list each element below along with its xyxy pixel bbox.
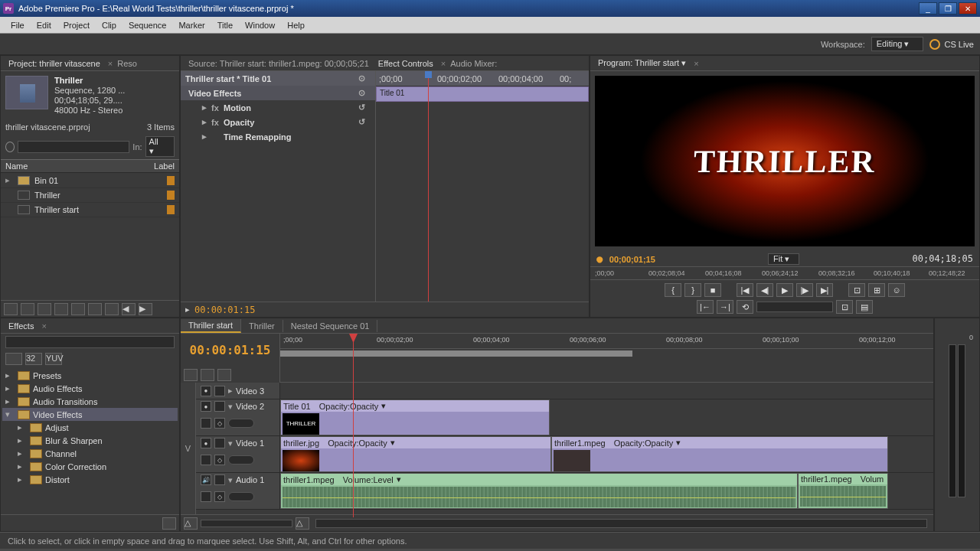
resource-tab[interactable]: Reso: [113, 57, 142, 70]
next-edit-button[interactable]: →|: [717, 300, 733, 314]
track-lane-v2[interactable]: Title 01 Opacity:Opacity ▾ THRILLER: [280, 399, 933, 436]
clip-thriller1-audio2[interactable]: thriller1.mpeg Volum: [798, 473, 888, 509]
effect-time-remap[interactable]: Time Remapping: [224, 132, 371, 142]
menu-help[interactable]: Help: [281, 19, 311, 31]
track-opacity-slider-v2[interactable]: [228, 419, 254, 428]
prev-button[interactable]: ◀: [122, 303, 136, 315]
tree-folder-presets[interactable]: ▸ Presets: [2, 369, 178, 382]
set-marker-button[interactable]: ■: [704, 283, 721, 297]
new-bin-button[interactable]: [71, 303, 85, 315]
tree-folder-distort[interactable]: ▸ Distort: [2, 473, 178, 486]
mark-in-button[interactable]: {: [665, 283, 681, 297]
list-item[interactable]: Thriller start: [1, 203, 179, 217]
disclosure-icon[interactable]: ▾: [5, 409, 15, 419]
zoom-out-button[interactable]: △: [184, 517, 198, 530]
clip-thriller-jpg[interactable]: thriller.jpg Opacity:Opacity ▾: [280, 436, 551, 472]
in-select[interactable]: All ▾: [145, 136, 175, 157]
list-item[interactable]: Thriller: [1, 188, 179, 203]
loop-button[interactable]: ⟲: [737, 300, 753, 314]
track-eye-v3[interactable]: ●: [201, 386, 211, 396]
timeline-tab-thriller-start[interactable]: Thriller start: [181, 319, 241, 333]
list-view-button[interactable]: [4, 303, 18, 315]
prev-edit-button[interactable]: |←: [697, 300, 714, 314]
snap-button[interactable]: [184, 369, 198, 381]
step-forward-button[interactable]: |▶: [796, 283, 813, 297]
track-eye-v1[interactable]: ●: [201, 438, 211, 448]
collapse-icon[interactable]: ▸: [228, 386, 233, 396]
close-button[interactable]: ✕: [959, 2, 977, 15]
reset-icon[interactable]: ↺: [358, 117, 371, 127]
safe-margins-button[interactable]: ⊡: [836, 300, 853, 314]
timeline-tab-thriller[interactable]: Thriller: [241, 320, 283, 332]
tree-folder-blur[interactable]: ▸ Blur & Sharpen: [2, 434, 178, 447]
program-ruler[interactable]: ;00;00 00;02;08;04 00;04;16;08 00;06;24;…: [590, 266, 979, 280]
zoom-slider[interactable]: [201, 520, 292, 527]
collapse-icon[interactable]: ▾: [228, 439, 233, 448]
effects-tab-close[interactable]: ×: [41, 321, 46, 331]
keyframe-a1[interactable]: ◇: [214, 491, 225, 502]
disclosure-icon[interactable]: ▸: [202, 132, 211, 142]
program-timecode-current[interactable]: ● 00;00;01;15: [596, 253, 655, 265]
tree-folder-audio-effects[interactable]: ▸ Audio Effects: [2, 382, 178, 395]
lift-button[interactable]: ⊡: [848, 283, 865, 297]
effects-search-input[interactable]: [5, 336, 175, 348]
go-to-out-button[interactable]: ▶|: [816, 283, 833, 297]
marker-button[interactable]: [201, 369, 214, 381]
track-lane-a1[interactable]: thriller1.mpeg Volume:Level ▾ thriller1.…: [280, 473, 933, 510]
tree-folder-color-correction[interactable]: ▸ Color Correction: [2, 460, 178, 473]
program-viewer[interactable]: THRILLER: [595, 76, 975, 246]
track-opacity-slider-v1[interactable]: [228, 455, 254, 465]
step-back-button[interactable]: ◀|: [756, 283, 773, 297]
next-button[interactable]: ▶: [139, 303, 152, 315]
disclosure-icon[interactable]: ▸: [202, 117, 211, 127]
ec-timecode[interactable]: 00:00:01:15: [194, 305, 255, 315]
project-search-input[interactable]: [18, 141, 129, 153]
minimize-button[interactable]: _: [919, 2, 937, 15]
frame-blend-v2[interactable]: [201, 418, 211, 429]
effects-filter-button[interactable]: [5, 353, 22, 365]
workspace-select[interactable]: Editing ▾: [871, 37, 924, 51]
cs-live-button[interactable]: CS Live: [929, 39, 974, 50]
tree-folder-video-effects[interactable]: ▾ Video Effects: [2, 408, 178, 421]
menu-window[interactable]: Window: [239, 19, 281, 31]
timeline-playhead[interactable]: [353, 334, 354, 517]
timeline-tab-nested[interactable]: Nested Sequence 01: [283, 320, 378, 332]
menu-file[interactable]: File: [5, 19, 31, 31]
menu-marker[interactable]: Marker: [172, 19, 211, 31]
find-button[interactable]: [54, 303, 68, 315]
automate-button[interactable]: [38, 303, 51, 315]
program-tab[interactable]: Program: Thriller start ▾: [593, 57, 691, 70]
tree-folder-channel[interactable]: ▸ Channel: [2, 447, 178, 460]
menu-project[interactable]: Project: [57, 19, 96, 31]
reset-icon[interactable]: ↺: [358, 103, 371, 112]
go-to-in-button[interactable]: |◀: [737, 283, 753, 297]
menu-sequence[interactable]: Sequence: [122, 19, 173, 31]
effect-motion[interactable]: Motion: [224, 103, 358, 112]
effect-opacity[interactable]: Opacity: [224, 118, 358, 127]
clip-title01[interactable]: Title 01 Opacity:Opacity ▾ THRILLER: [280, 399, 550, 435]
effects-tab[interactable]: Effects: [4, 320, 38, 332]
disclosure-icon[interactable]: ▸: [5, 175, 13, 185]
disclosure-icon[interactable]: ▸: [202, 103, 211, 112]
track-lane-v3[interactable]: [280, 383, 933, 399]
menu-clip[interactable]: Clip: [96, 19, 122, 31]
work-area-bar[interactable]: [280, 349, 933, 364]
disclosure-icon[interactable]: ▸: [5, 396, 15, 406]
effect-controls-tab[interactable]: Effect Controls: [374, 57, 438, 70]
encore-button[interactable]: [217, 369, 231, 381]
track-lock-v1[interactable]: [214, 438, 225, 448]
mark-out-button[interactable]: }: [684, 283, 701, 297]
keyframe-v2[interactable]: ◇: [214, 418, 225, 429]
ec-playhead[interactable]: [428, 71, 429, 302]
v-target-label[interactable]: V: [181, 383, 196, 514]
play-button[interactable]: ▶: [776, 283, 793, 297]
shuttle-slider[interactable]: [756, 302, 833, 312]
tree-folder-audio-transitions[interactable]: ▸ Audio Transitions: [2, 395, 178, 408]
project-tab[interactable]: Project: thriller vitascene: [4, 57, 105, 70]
disclosure-icon[interactable]: ▸: [5, 370, 15, 380]
timeline-ruler[interactable]: ;00;00 00;00;02;00 00;00;04;00 00;00;06;…: [280, 334, 933, 349]
toggle-icon[interactable]: ⊙: [358, 88, 371, 98]
rec-a1[interactable]: [201, 491, 211, 502]
track-eye-v2[interactable]: ●: [201, 401, 211, 412]
clip-thriller1-audio[interactable]: thriller1.mpeg Volume:Level ▾: [280, 473, 798, 509]
